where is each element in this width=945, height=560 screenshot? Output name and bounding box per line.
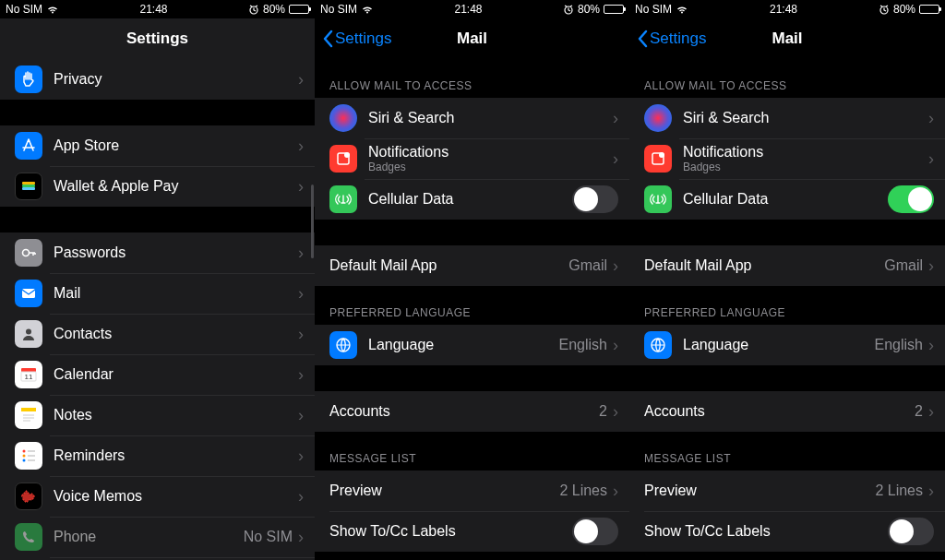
chevron-right-icon: › <box>298 137 304 156</box>
row-value: 2 <box>915 403 923 420</box>
svg-point-17 <box>344 152 350 158</box>
row-label: Mail <box>54 285 298 302</box>
header-preferred: PREFERRED LANGUAGE <box>629 286 945 325</box>
svg-point-4 <box>23 250 30 256</box>
row-passwords[interactable]: Passwords › <box>0 232 315 273</box>
globe-icon <box>329 331 357 359</box>
row-privacy[interactable]: Privacy › <box>0 59 315 100</box>
siri-icon <box>329 104 357 132</box>
svg-rect-7 <box>21 368 36 372</box>
hand-icon <box>15 66 42 93</box>
chevron-right-icon: › <box>928 256 934 276</box>
screen-mail-b: No SIM 21:48 80% Settings Mail ALLOW MAI… <box>315 0 629 560</box>
row-label: Notifications <box>368 144 613 161</box>
row-language[interactable]: Language English › <box>315 325 629 365</box>
chevron-right-icon: › <box>298 487 304 506</box>
row-default-mail-app[interactable]: Default Mail App Gmail › <box>629 245 945 286</box>
row-label: Passwords <box>54 244 298 261</box>
cellular-icon <box>329 185 357 213</box>
screen-settings: No SIM 21:48 80% Settings Privacy › <box>0 0 315 560</box>
cellular-toggle[interactable] <box>888 185 934 213</box>
svg-point-12 <box>23 450 26 453</box>
status-bar: No SIM 21:48 80% <box>629 0 945 18</box>
status-bar: No SIM 21:48 80% <box>315 0 629 18</box>
mail-list: ALLOW MAIL TO ACCESS Siri & Search › Not… <box>629 59 945 560</box>
chevron-right-icon: › <box>298 244 304 263</box>
showtocc-toggle[interactable] <box>572 518 618 545</box>
row-preview[interactable]: Preview 2 Lines › <box>629 471 945 511</box>
cellular-toggle[interactable] <box>572 185 618 213</box>
scrollbar-indicator[interactable] <box>311 185 314 258</box>
row-phone[interactable]: Phone No SIM › <box>0 517 315 557</box>
row-label: Notifications <box>683 144 928 161</box>
notifications-icon <box>329 145 357 173</box>
showtocc-toggle[interactable] <box>888 518 934 545</box>
siri-icon <box>644 104 672 132</box>
row-mail[interactable]: Mail › <box>0 273 315 314</box>
row-accounts[interactable]: Accounts 2 › <box>315 391 629 432</box>
nav-back-button[interactable]: Settings <box>322 30 391 48</box>
chevron-right-icon: › <box>613 402 618 422</box>
svg-rect-5 <box>22 289 35 298</box>
row-cellular: Cellular Data <box>629 179 945 220</box>
row-label: Wallet & Apple Pay <box>54 178 298 195</box>
alarm-icon <box>248 4 259 15</box>
row-label: Language <box>683 337 875 353</box>
row-label: Siri & Search <box>368 110 613 126</box>
row-language[interactable]: Language English › <box>629 325 945 365</box>
chevron-right-icon: › <box>613 109 618 128</box>
row-showtocc: Show To/Cc Labels <box>315 511 629 552</box>
chevron-right-icon: › <box>298 447 304 466</box>
chevron-left-icon <box>322 30 333 48</box>
row-notes[interactable]: Notes › <box>0 395 315 435</box>
svg-rect-1 <box>22 182 35 185</box>
chevron-right-icon: › <box>298 406 304 425</box>
reminders-icon <box>15 442 42 470</box>
row-notifications[interactable]: Notifications Badges › <box>315 138 629 179</box>
row-value: English <box>875 337 923 353</box>
row-sublabel: Badges <box>683 161 928 173</box>
row-label: Preview <box>644 483 875 499</box>
row-label: Show To/Cc Labels <box>644 523 888 540</box>
cellular-icon <box>644 185 672 213</box>
chevron-right-icon: › <box>928 482 934 501</box>
status-time: 21:48 <box>139 3 167 16</box>
chevron-right-icon: › <box>928 109 934 128</box>
chevron-right-icon: › <box>928 402 934 422</box>
status-carrier: No SIM <box>320 3 357 16</box>
row-label: Privacy <box>54 71 298 88</box>
row-appstore[interactable]: App Store › <box>0 125 315 166</box>
row-notifications[interactable]: Notifications Badges › <box>629 138 945 179</box>
row-value: English <box>559 337 607 353</box>
row-siri[interactable]: Siri & Search › <box>315 98 629 138</box>
wifi-icon <box>46 5 59 14</box>
contacts-icon <box>15 320 42 348</box>
row-label: Preview <box>329 483 559 499</box>
row-label: Calendar <box>54 366 298 383</box>
svg-rect-3 <box>22 187 35 190</box>
battery-icon <box>604 5 624 14</box>
appstore-icon <box>15 132 42 160</box>
nav-back-button[interactable]: Settings <box>637 30 706 48</box>
row-accounts[interactable]: Accounts 2 › <box>629 391 945 432</box>
row-calendar[interactable]: 11 Calendar › <box>0 354 315 395</box>
header-preferred: PREFERRED LANGUAGE <box>315 286 629 325</box>
row-reminders[interactable]: Reminders › <box>0 435 315 476</box>
row-value: 2 Lines <box>559 483 607 499</box>
row-sublabel: Badges <box>368 161 613 173</box>
mail-list: ALLOW MAIL TO ACCESS Siri & Search › Not… <box>315 59 629 560</box>
row-showtocc: Show To/Cc Labels <box>629 511 945 552</box>
row-contacts[interactable]: Contacts › <box>0 314 315 354</box>
svg-point-13 <box>23 455 26 458</box>
row-value: Gmail <box>884 257 923 274</box>
wifi-icon <box>676 5 688 14</box>
settings-list: Privacy › App Store › Wallet & Apple Pay… <box>0 59 315 560</box>
row-preview[interactable]: Preview 2 Lines › <box>315 471 629 511</box>
row-default-mail-app[interactable]: Default Mail App Gmail › <box>315 245 629 286</box>
row-siri[interactable]: Siri & Search › <box>629 98 945 138</box>
row-value: Gmail <box>568 257 607 274</box>
row-voicememos[interactable]: Voice Memos › <box>0 476 315 517</box>
chevron-right-icon: › <box>928 149 934 169</box>
chevron-right-icon: › <box>298 528 304 547</box>
row-wallet[interactable]: Wallet & Apple Pay › <box>0 166 315 207</box>
